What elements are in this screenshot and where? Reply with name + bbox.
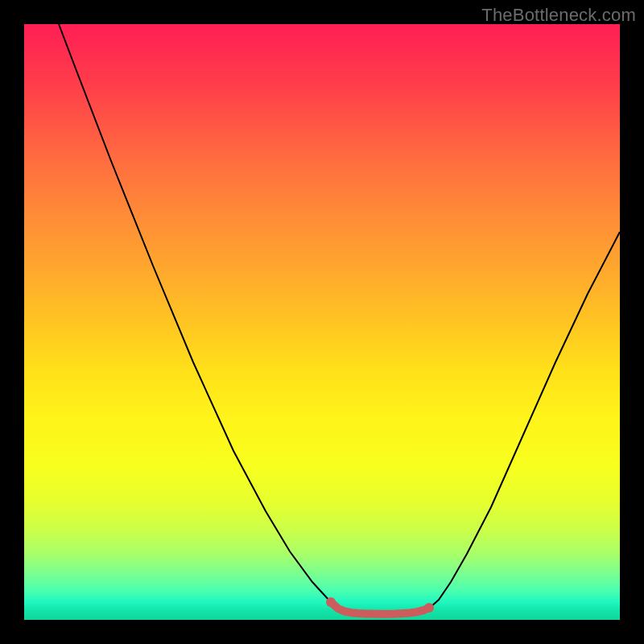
watermark-text: TheBottleneck.com <box>481 5 636 26</box>
chart-svg <box>24 24 620 620</box>
right-endpoint-dot <box>424 603 434 613</box>
bottom-marker-path <box>331 602 429 614</box>
chart-plot-area <box>24 24 620 620</box>
left-endpoint-dot <box>326 597 336 607</box>
chart-frame: TheBottleneck.com <box>0 0 644 644</box>
main-curve-path <box>59 24 620 614</box>
